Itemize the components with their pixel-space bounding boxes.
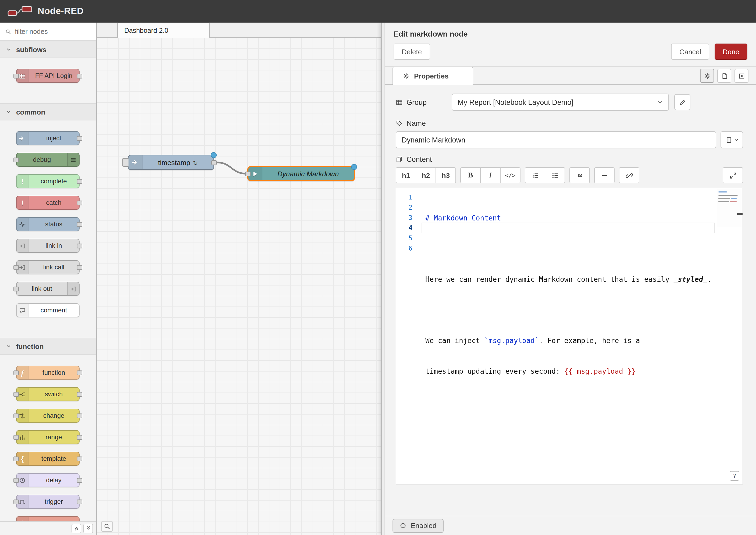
comment-icon — [17, 304, 29, 317]
input-port[interactable] — [245, 172, 251, 176]
code-button[interactable]: </> — [500, 167, 520, 183]
toggle-circle-icon — [400, 522, 406, 529]
workspace-tab-dashboard[interactable]: Dashboard 2.0 — [117, 23, 210, 38]
markdown-code-editor[interactable]: 1 2 3 4 5 6 # Markdown Content Here we c… — [396, 188, 743, 485]
quote-icon — [576, 172, 583, 179]
editor-minimap[interactable] — [717, 189, 742, 227]
link-button[interactable] — [619, 167, 639, 183]
palette-node-change[interactable]: change — [16, 408, 80, 423]
gear-icon — [704, 72, 711, 79]
code-line — [425, 243, 742, 254]
palette-node-range[interactable]: range — [16, 430, 80, 444]
code-line: timestamp updating every second: {{ msg.… — [425, 366, 742, 377]
heading2-button[interactable]: h2 — [416, 167, 436, 183]
output-port[interactable] — [211, 160, 217, 165]
palette-node-status[interactable]: status — [16, 217, 80, 231]
input-port — [14, 413, 19, 418]
done-button[interactable]: Done — [714, 43, 747, 60]
label-style-button[interactable] — [720, 131, 743, 148]
delete-button[interactable]: Delete — [394, 43, 430, 60]
output-port — [77, 243, 82, 248]
tray-title: Edit markdown node — [385, 23, 756, 43]
expand-editor-button[interactable] — [723, 167, 743, 183]
tray-tabs: Properties — [385, 67, 756, 85]
input-port — [14, 371, 19, 375]
output-port — [77, 201, 82, 205]
changed-indicator-dot — [211, 152, 217, 158]
palette-node-link-in[interactable]: link in — [16, 239, 80, 253]
unordered-list-button[interactable] — [545, 167, 565, 183]
palette-node-delay[interactable]: delay — [16, 473, 80, 487]
italic-button[interactable]: I — [480, 167, 501, 183]
changed-indicator-dot — [351, 164, 357, 170]
tray-resize-handle[interactable] — [381, 23, 385, 535]
app-header: Node-RED — [0, 0, 756, 23]
palette-node-ff-api-login[interactable]: FF API Login — [16, 69, 80, 83]
copy-icon — [396, 156, 403, 163]
ordered-list-button[interactable] — [525, 167, 545, 183]
palette-scroll[interactable]: subflows FF API Login — [0, 41, 96, 521]
search-input[interactable] — [15, 28, 91, 35]
flow-node-dynamic-markdown[interactable]: Dynamic Markdown — [247, 166, 355, 181]
palette-node-function[interactable]: f function — [16, 366, 80, 380]
palette-node-trigger[interactable]: trigger — [16, 495, 80, 509]
line-numbers: 1 2 3 4 5 6 — [396, 188, 421, 484]
complete-icon: ! — [17, 175, 29, 188]
input-port — [14, 157, 19, 162]
node-description-button[interactable] — [717, 69, 731, 83]
palette-node-complete[interactable]: ! complete — [16, 174, 80, 188]
palette-node-link-call[interactable]: link call — [16, 260, 80, 274]
output-port — [77, 392, 82, 397]
palette-node-template[interactable]: { template — [16, 452, 80, 465]
editor-help-button[interactable]: ? — [730, 471, 739, 481]
output-port — [77, 74, 82, 78]
inject-trigger-button[interactable] — [122, 158, 128, 167]
output-port — [77, 222, 82, 227]
palette-node-exec[interactable]: exec — [16, 516, 80, 521]
edit-group-button[interactable] — [674, 94, 690, 110]
category-function[interactable]: function — [0, 338, 96, 355]
output-port — [77, 179, 82, 184]
palette-node-comment[interactable]: comment — [16, 303, 80, 317]
document-icon — [721, 72, 728, 79]
bold-button[interactable]: B — [460, 167, 481, 183]
canvas-zoom-button[interactable] — [101, 521, 113, 532]
palette-search[interactable] — [0, 23, 96, 41]
wire[interactable] — [216, 162, 247, 174]
category-common[interactable]: common — [0, 103, 96, 121]
code-line: # Markdown Content — [425, 213, 742, 223]
group-select[interactable]: My Report [Notebook Layout Demo] — [452, 94, 669, 111]
horizontal-rule-button[interactable] — [594, 167, 615, 183]
flow-node-timestamp[interactable]: timestamp↻ — [128, 155, 214, 170]
node-appearance-button[interactable] — [735, 69, 748, 83]
palette-node-inject[interactable]: inject — [16, 131, 80, 145]
expand-categories-button[interactable] — [83, 523, 93, 533]
heading1-button[interactable]: h1 — [396, 167, 416, 183]
palette-node-link-out[interactable]: link out — [16, 282, 80, 296]
book-icon — [725, 136, 732, 143]
flow-canvas[interactable]: timestamp↻ Dynamic Markdown — [97, 38, 381, 535]
output-port — [77, 371, 82, 375]
palette-node-debug[interactable]: debug — [16, 153, 80, 167]
collapse-categories-button[interactable] — [71, 523, 81, 533]
code-content[interactable]: # Markdown Content Here we can render dy… — [421, 188, 742, 397]
gear-icon — [403, 72, 410, 79]
node-enabled-toggle[interactable]: Enabled — [393, 519, 443, 533]
group-label: Group — [396, 98, 452, 106]
blockquote-button[interactable] — [570, 167, 590, 183]
horizontal-rule-icon — [601, 172, 608, 179]
name-input[interactable] — [396, 131, 716, 148]
category-subflows[interactable]: subflows — [0, 41, 96, 58]
heading3-button[interactable]: h3 — [435, 167, 456, 183]
palette-node-switch[interactable]: switch — [16, 387, 80, 401]
palette-node-catch[interactable]: ! catch — [16, 196, 80, 210]
double-chevron-down-icon — [85, 525, 91, 531]
input-port — [14, 457, 19, 461]
node-properties-button[interactable] — [700, 69, 714, 83]
tab-properties[interactable]: Properties — [393, 67, 473, 85]
double-chevron-up-icon — [73, 525, 79, 531]
output-port — [77, 265, 82, 270]
debug-icon — [67, 153, 79, 166]
cancel-button[interactable]: Cancel — [671, 43, 709, 60]
table-grid-icon — [396, 99, 403, 106]
